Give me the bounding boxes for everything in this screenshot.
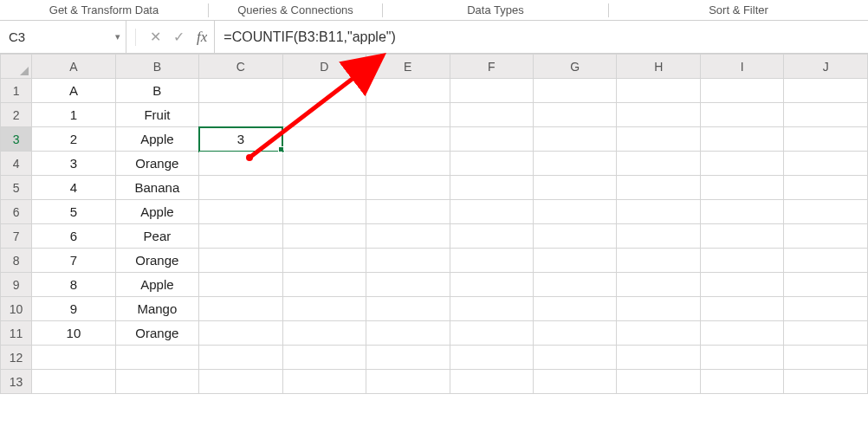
cell-E2[interactable] [366,103,450,127]
cell-H1[interactable] [617,79,700,103]
cell-C10[interactable] [199,297,282,321]
cell-G13[interactable] [533,370,616,394]
cell-A9[interactable]: 8 [32,273,115,297]
col-header-J[interactable]: J [784,55,868,79]
cell-E11[interactable] [366,321,450,346]
select-all-corner[interactable] [1,55,32,79]
cell-D12[interactable] [282,346,366,370]
cell-B13[interactable] [115,370,198,394]
enter-formula-icon[interactable]: ✓ [173,29,185,45]
cell-C1[interactable] [199,79,282,103]
name-box[interactable]: C3 ▾ [0,21,126,53]
col-header-C[interactable]: C [199,55,282,79]
cell-J3[interactable] [784,127,868,152]
row-header-3[interactable]: 3 [1,127,32,152]
row-header-5[interactable]: 5 [1,176,32,200]
cell-J12[interactable] [784,346,868,370]
cell-I3[interactable] [700,127,783,152]
cell-E5[interactable] [366,176,450,200]
row-header-12[interactable]: 12 [1,346,32,370]
cell-E6[interactable] [366,200,450,224]
cell-C6[interactable] [199,200,282,224]
cell-C9[interactable] [199,273,282,297]
cell-J10[interactable] [784,297,868,321]
cell-G8[interactable] [533,249,616,273]
row-header-11[interactable]: 11 [1,321,32,346]
cell-H9[interactable] [617,273,700,297]
cell-C2[interactable] [199,103,282,127]
cell-H5[interactable] [617,176,700,200]
cell-E1[interactable] [366,79,450,103]
cell-G11[interactable] [533,321,616,346]
col-header-F[interactable]: F [450,55,533,79]
cell-B4[interactable]: Orange [115,152,198,176]
cell-F11[interactable] [450,321,533,346]
cell-A4[interactable]: 3 [32,152,115,176]
cell-I6[interactable] [700,200,783,224]
cell-E13[interactable] [366,370,450,394]
cell-F12[interactable] [450,346,533,370]
cell-F2[interactable] [450,103,533,127]
fx-icon[interactable]: fx [197,29,207,46]
cell-E10[interactable] [366,297,450,321]
cell-F7[interactable] [450,224,533,249]
cell-F3[interactable] [450,127,533,152]
cell-A1[interactable]: A [32,79,115,103]
cell-G1[interactable] [533,79,616,103]
cell-I11[interactable] [700,321,783,346]
cell-I4[interactable] [700,152,783,176]
col-header-H[interactable]: H [617,55,700,79]
cell-J5[interactable] [784,176,868,200]
cell-F8[interactable] [450,249,533,273]
cell-I7[interactable] [700,224,783,249]
cell-J4[interactable] [784,152,868,176]
cell-H4[interactable] [617,152,700,176]
cell-C3[interactable]: 3 [199,127,282,152]
cell-B3[interactable]: Apple [115,127,198,152]
cell-D4[interactable] [282,152,366,176]
cell-D6[interactable] [282,200,366,224]
cell-F9[interactable] [450,273,533,297]
cell-B1[interactable]: B [115,79,198,103]
row-header-2[interactable]: 2 [1,103,32,127]
cell-H13[interactable] [617,370,700,394]
cell-C11[interactable] [199,321,282,346]
cell-A5[interactable]: 4 [32,176,115,200]
cell-E9[interactable] [366,273,450,297]
cell-G5[interactable] [533,176,616,200]
cell-B2[interactable]: Fruit [115,103,198,127]
cell-A13[interactable] [32,370,115,394]
cell-A12[interactable] [32,346,115,370]
cell-G4[interactable] [533,152,616,176]
cell-H6[interactable] [617,200,700,224]
cell-D13[interactable] [282,370,366,394]
cell-I2[interactable] [700,103,783,127]
cell-A6[interactable]: 5 [32,200,115,224]
cell-F5[interactable] [450,176,533,200]
cell-F6[interactable] [450,200,533,224]
cell-D8[interactable] [282,249,366,273]
spreadsheet-grid[interactable]: A B C D E F G H I J 1AB21Fruit32Apple343… [0,54,868,394]
row-header-8[interactable]: 8 [1,249,32,273]
cell-A3[interactable]: 2 [32,127,115,152]
cell-E3[interactable] [366,127,450,152]
cell-G3[interactable] [533,127,616,152]
cell-B9[interactable]: Apple [115,273,198,297]
cell-H12[interactable] [617,346,700,370]
cell-J1[interactable] [784,79,868,103]
cell-B8[interactable]: Orange [115,249,198,273]
cell-G6[interactable] [533,200,616,224]
cell-D9[interactable] [282,273,366,297]
cell-H3[interactable] [617,127,700,152]
cell-H11[interactable] [617,321,700,346]
cell-D1[interactable] [282,79,366,103]
cell-D10[interactable] [282,297,366,321]
row-header-1[interactable]: 1 [1,79,32,103]
cell-C13[interactable] [199,370,282,394]
row-header-10[interactable]: 10 [1,297,32,321]
cell-G7[interactable] [533,224,616,249]
col-header-G[interactable]: G [533,55,616,79]
cell-H7[interactable] [617,224,700,249]
cell-B11[interactable]: Orange [115,321,198,346]
cell-G10[interactable] [533,297,616,321]
